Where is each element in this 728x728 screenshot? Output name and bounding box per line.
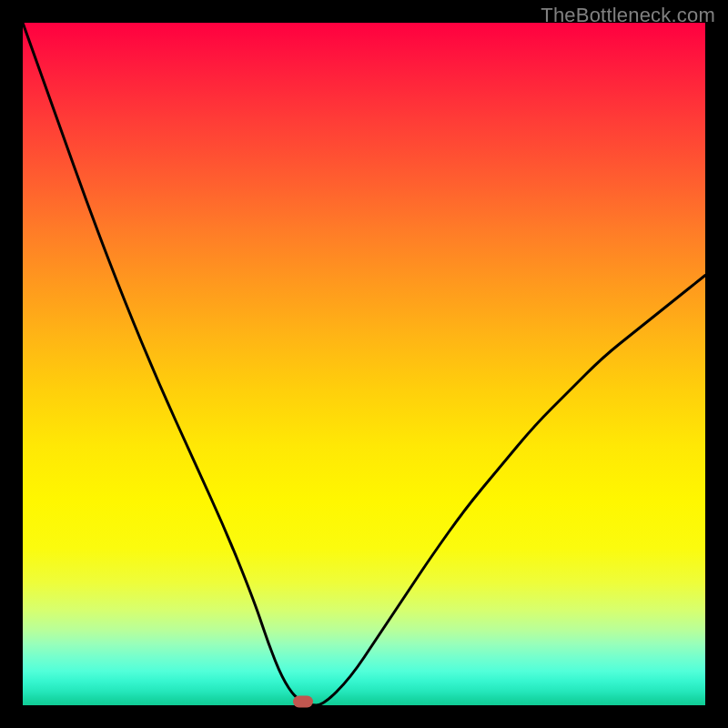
watermark-text: TheBottleneck.com: [541, 4, 715, 27]
chart-frame: TheBottleneck.com: [0, 0, 728, 728]
plot-area: [23, 23, 705, 705]
bottleneck-curve: [23, 23, 705, 705]
bottleneck-marker: [293, 696, 313, 708]
